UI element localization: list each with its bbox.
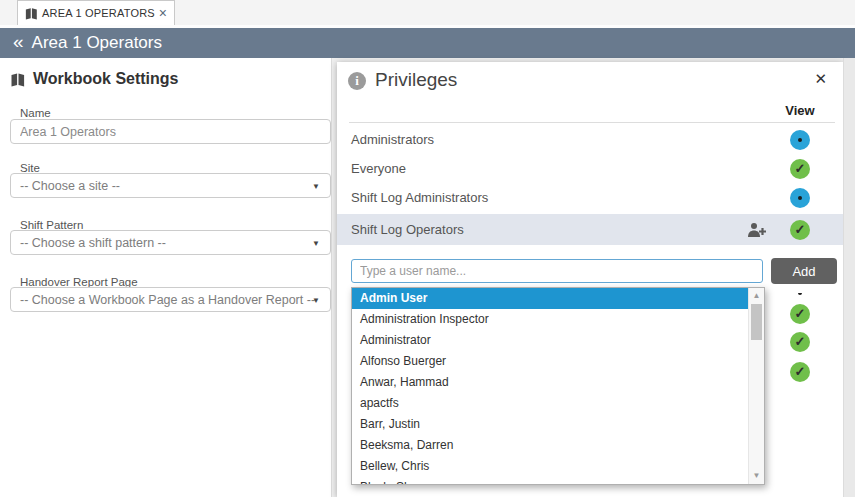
view-status-partial-icon[interactable] xyxy=(790,130,810,150)
dropdown-item[interactable]: Black, Shawn xyxy=(352,477,748,485)
dropdown-item[interactable]: Administrator xyxy=(352,330,748,351)
dropdown-item[interactable]: Bellew, Chris xyxy=(352,456,748,477)
panel-title: Workbook Settings xyxy=(33,70,179,88)
dropdown-item[interactable]: Administration Inspector xyxy=(352,309,748,330)
add-user-icon[interactable] xyxy=(748,222,767,241)
dropdown-item[interactable]: Alfonso Buerger xyxy=(352,351,748,372)
handover-report-select[interactable]: -- Choose a Workbook Page as a Handover … xyxy=(10,287,331,312)
group-name: Shift Log Operators xyxy=(351,222,464,237)
site-select-value: -- Choose a site -- xyxy=(20,179,120,193)
view-status-granted-icon[interactable]: ✓ xyxy=(790,362,810,382)
tab-close-icon[interactable]: × xyxy=(159,6,167,20)
chevron-down-icon: ▼ xyxy=(312,182,320,191)
workbook-settings-header: Workbook Settings xyxy=(10,70,179,88)
group-name: Shift Log Administrators xyxy=(351,190,488,205)
dialog-title: Privileges xyxy=(375,69,457,91)
separator xyxy=(349,122,835,123)
workbook-settings-panel: Workbook Settings Name Site -- Choose a … xyxy=(0,58,332,497)
scroll-down-icon[interactable]: ▼ xyxy=(749,469,764,483)
dropdown-item[interactable]: apactfs xyxy=(352,393,748,414)
scroll-up-icon[interactable]: ▲ xyxy=(749,289,764,303)
privileges-dialog: i Privileges ✕ View Administrators Every… xyxy=(337,62,843,497)
close-icon[interactable]: ✕ xyxy=(814,70,827,88)
group-name: Administrators xyxy=(351,132,434,147)
name-label: Name xyxy=(20,107,51,119)
scrollbar-thumb[interactable] xyxy=(751,304,762,340)
site-select[interactable]: -- Choose a site -- ▼ xyxy=(10,173,331,198)
user-dropdown-items: Admin User Administration Inspector Admi… xyxy=(352,288,748,485)
page-title: Area 1 Operators xyxy=(32,33,162,53)
back-chevron-icon[interactable]: « xyxy=(13,31,24,53)
tab-bar: AREA 1 OPERATORS × xyxy=(0,0,855,25)
handover-report-select-value: -- Choose a Workbook Page as a Handover … xyxy=(20,293,315,307)
tab-label: AREA 1 OPERATORS xyxy=(42,7,155,19)
hidden-row-status xyxy=(790,293,810,304)
group-row-everyone[interactable]: Everyone ✓ xyxy=(337,154,843,183)
shift-pattern-select-value: -- Choose a shift pattern -- xyxy=(20,236,166,250)
group-name: Everyone xyxy=(351,161,406,176)
header-bar: « Area 1 Operators xyxy=(0,28,855,58)
view-status-granted-icon[interactable]: ✓ xyxy=(790,220,810,240)
dropdown-item[interactable]: Barr, Justin xyxy=(352,414,748,435)
dropdown-item[interactable]: Beeksma, Darren xyxy=(352,435,748,456)
user-dropdown: Admin User Administration Inspector Admi… xyxy=(351,287,765,485)
name-input[interactable] xyxy=(10,119,331,144)
view-status-partial-icon[interactable] xyxy=(790,188,810,208)
shift-pattern-select[interactable]: -- Choose a shift pattern -- ▼ xyxy=(10,230,331,255)
workbook-icon xyxy=(10,72,26,87)
tab-area1-operators[interactable]: AREA 1 OPERATORS × xyxy=(17,0,175,25)
view-status-granted-icon[interactable]: ✓ xyxy=(790,304,810,324)
view-column-header: View xyxy=(772,103,828,118)
dropdown-item[interactable]: Anwar, Hammad xyxy=(352,372,748,393)
group-row-shift-log-administrators[interactable]: Shift Log Administrators xyxy=(337,183,843,212)
dropdown-item[interactable]: Admin User xyxy=(352,288,748,309)
view-status-granted-icon[interactable]: ✓ xyxy=(790,332,810,352)
info-icon: i xyxy=(348,72,366,90)
group-list: Administrators Everyone ✓ Shift Log Admi… xyxy=(337,125,843,245)
view-status-granted-icon[interactable]: ✓ xyxy=(790,159,810,179)
group-row-administrators[interactable]: Administrators xyxy=(337,125,843,154)
group-row-shift-log-operators[interactable]: Shift Log Operators ✓ xyxy=(337,214,843,245)
page-scrollbar-track[interactable] xyxy=(843,58,855,497)
workbook-icon xyxy=(25,7,38,20)
add-button[interactable]: Add xyxy=(771,258,837,284)
dropdown-scrollbar[interactable]: ▲ ▼ xyxy=(748,288,764,484)
chevron-down-icon: ▼ xyxy=(312,296,320,305)
chevron-down-icon: ▼ xyxy=(312,239,320,248)
user-name-input[interactable] xyxy=(351,259,763,283)
